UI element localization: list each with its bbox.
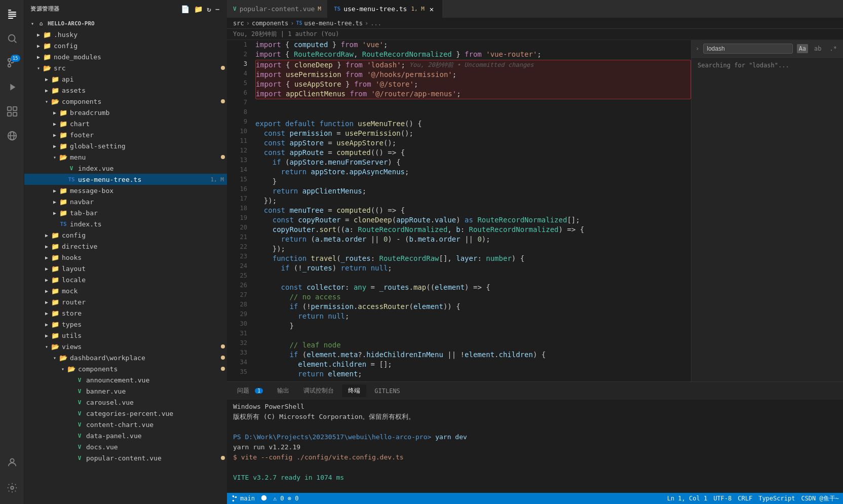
problems-label: 问题 xyxy=(237,387,249,394)
banner-label: banner.vue xyxy=(86,387,227,395)
activity-icon-explorer[interactable] xyxy=(0,2,24,26)
tree-item-hooks[interactable]: ▶ 📁 hooks xyxy=(24,252,227,263)
tree-item-popular-content[interactable]: ▶ V popular-content.vue xyxy=(24,452,227,463)
tree-item-directive[interactable]: ▶ 📁 directive xyxy=(24,241,227,252)
tab-popular-content[interactable]: V popular-content.vue M xyxy=(227,0,328,18)
tree-item-announcement[interactable]: ▶ V announcement.vue xyxy=(24,374,227,385)
search-input[interactable] xyxy=(703,44,792,54)
tree-item-locale[interactable]: ▶ 📁 locale xyxy=(24,274,227,285)
code-content[interactable]: import { computed } from 'vue'; import {… xyxy=(251,40,691,381)
status-errors[interactable]: ⚠ 0 ⊗ 0 xyxy=(273,495,299,502)
status-cursor[interactable]: Ln 1, Col 1 xyxy=(667,495,707,502)
activity-icon-remote[interactable] xyxy=(0,124,24,148)
panel-tab-debug-console[interactable]: 调试控制台 xyxy=(297,384,340,397)
tree-item-dashboard-workplace[interactable]: ▾ 📂 dashboard\workplace xyxy=(24,352,227,363)
tree-item-chart[interactable]: ▶ 📁 chart xyxy=(24,118,227,129)
svg-point-19 xyxy=(233,495,235,497)
debug-console-label: 调试控制台 xyxy=(303,387,334,394)
ln-13: 13 xyxy=(227,156,247,165)
tree-item-breadcrumb[interactable]: ▶ 📁 breadcrumb xyxy=(24,107,227,118)
tree-item-navbar[interactable]: ▶ 📁 navbar xyxy=(24,196,227,207)
use-menu-tree-tab-close[interactable]: ✕ xyxy=(428,5,436,13)
tree-item-config[interactable]: ▶ 📁 config xyxy=(24,40,227,51)
tree-item-tab-bar[interactable]: ▶ 📁 tab-bar xyxy=(24,207,227,218)
breadcrumb-filename[interactable]: use-menu-tree.ts xyxy=(304,20,363,27)
code-line-27: // no access xyxy=(255,292,691,302)
components-arrow: ▾ xyxy=(43,99,51,104)
status-language[interactable]: TypeScript xyxy=(758,495,795,502)
tree-item-use-menu-tree[interactable]: ▶ TS use-menu-tree.ts 1, M xyxy=(24,174,227,185)
code-editor: 1 2 3 4 5 6 7 8 9 10 11 12 13 14 xyxy=(227,40,691,381)
status-branch[interactable]: main xyxy=(231,495,255,502)
activity-icon-extensions[interactable] xyxy=(0,99,24,124)
husky-folder-icon: 📁 xyxy=(43,31,52,38)
locale-arrow: ▶ xyxy=(43,277,51,283)
collapse-icon[interactable]: − xyxy=(214,4,221,14)
panel-tab-terminal[interactable]: 终端 xyxy=(342,384,366,397)
tree-item-assets[interactable]: ▶ 📁 assets xyxy=(24,85,227,96)
match-case-icon[interactable]: Aa xyxy=(797,44,808,53)
tree-item-views[interactable]: ▾ 📂 views xyxy=(24,341,227,352)
tree-root[interactable]: ▾ ⌂ HELLO-ARCO-PRO xyxy=(24,18,227,29)
tab-use-menu-tree[interactable]: TS use-menu-tree.ts 1, M ✕ xyxy=(328,0,442,18)
tree-item-index-vue[interactable]: ▶ V index.vue xyxy=(24,163,227,174)
panel-tab-gitlens[interactable]: GITLENS xyxy=(368,385,406,397)
regex-icon[interactable]: .* xyxy=(828,44,839,53)
panel-tab-problems[interactable]: 问题 1 xyxy=(231,384,269,397)
tree-item-content-chart[interactable]: ▶ V content-chart.vue xyxy=(24,419,227,430)
tree-item-components[interactable]: ▾ 📂 components xyxy=(24,96,227,107)
tree-item-store[interactable]: ▶ 📁 store xyxy=(24,307,227,319)
svg-point-18 xyxy=(11,486,14,489)
tree-item-config2[interactable]: ▶ 📁 config xyxy=(24,229,227,241)
tree-item-components2[interactable]: ▾ 📂 components xyxy=(24,363,227,374)
status-sync[interactable] xyxy=(261,495,267,502)
tree-item-api[interactable]: ▶ 📁 api xyxy=(24,73,227,85)
global-setting-label: global-setting xyxy=(70,142,227,150)
breadcrumb-components[interactable]: components xyxy=(252,20,288,27)
ln-32: 32 xyxy=(227,338,247,348)
use-menu-tree-tab-label: use-menu-tree.ts xyxy=(343,5,407,13)
status-line-ending[interactable]: CRLF xyxy=(738,495,752,502)
husky-label: .husky xyxy=(54,31,227,38)
activity-icon-debug[interactable] xyxy=(0,75,24,99)
views-arrow: ▾ xyxy=(43,344,51,350)
panel-tab-output[interactable]: 输出 xyxy=(271,384,295,397)
tree-item-index-ts[interactable]: ▶ TS index.ts xyxy=(24,218,227,229)
tree-item-layout[interactable]: ▶ 📁 layout xyxy=(24,263,227,274)
terminal-blank3 xyxy=(233,483,837,493)
tree-item-router[interactable]: ▶ 📁 router xyxy=(24,296,227,307)
tree-item-docs[interactable]: ▶ V docs.vue xyxy=(24,441,227,452)
ln-23: 23 xyxy=(227,252,247,261)
activity-icon-account[interactable] xyxy=(0,450,24,475)
tree-item-node-modules[interactable]: ▶ 📁 node_modules xyxy=(24,51,227,62)
tree-item-banner[interactable]: ▶ V banner.vue xyxy=(24,385,227,397)
breadcrumb-src[interactable]: src xyxy=(233,20,244,27)
tree-item-src[interactable]: ▾ 📂 src xyxy=(24,62,227,73)
root-label: HELLO-ARCO-PRO xyxy=(48,20,227,27)
tree-item-footer[interactable]: ▶ 📁 footer xyxy=(24,129,227,140)
layout-arrow: ▶ xyxy=(43,266,51,272)
activity-icon-settings[interactable] xyxy=(0,476,24,500)
tree-item-menu[interactable]: ▾ 📂 menu xyxy=(24,151,227,163)
refresh-icon[interactable]: ↻ xyxy=(206,4,212,14)
activity-icon-git[interactable]: 15 xyxy=(0,51,24,75)
new-folder-icon[interactable]: 📁 xyxy=(193,4,204,14)
assets-arrow: ▶ xyxy=(43,88,51,93)
tree-item-mock[interactable]: ▶ 📁 mock xyxy=(24,285,227,296)
tree-item-carousel[interactable]: ▶ V carousel.vue xyxy=(24,397,227,408)
tree-item-utils[interactable]: ▶ 📁 utils xyxy=(24,330,227,341)
tree-item-types[interactable]: ▶ 📁 types xyxy=(24,319,227,330)
navbar-icon: 📁 xyxy=(59,198,68,206)
tree-item-global-setting[interactable]: ▶ 📁 global-setting xyxy=(24,140,227,151)
whole-word-icon[interactable]: ab xyxy=(812,44,823,53)
tree-item-categories-percent[interactable]: ▶ V categories-percent.vue xyxy=(24,408,227,419)
activity-icon-search[interactable] xyxy=(0,26,24,51)
tree-item-data-panel[interactable]: ▶ V data-panel.vue xyxy=(24,430,227,441)
status-encoding[interactable]: UTF-8 xyxy=(713,495,732,502)
tree-item-message-box[interactable]: ▶ 📁 message-box xyxy=(24,185,227,196)
dashboard-icon: 📂 xyxy=(59,354,68,362)
tree-item-husky[interactable]: ▶ 📁 .husky xyxy=(24,29,227,40)
dashboard-arrow: ▾ xyxy=(51,355,59,361)
new-file-icon[interactable]: 📄 xyxy=(180,4,191,14)
ln-18: 18 xyxy=(227,204,247,213)
